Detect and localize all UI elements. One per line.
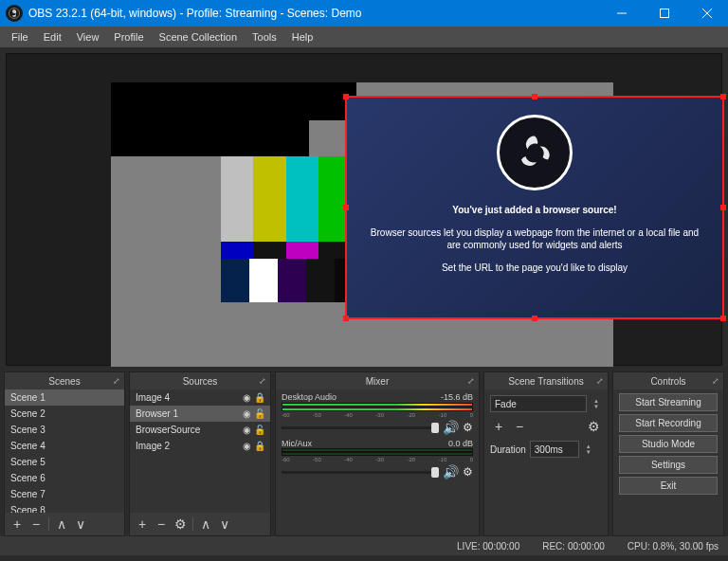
controls-panel: Controls⤢ Start Streaming Start Recordin… bbox=[612, 371, 724, 536]
svg-rect-2 bbox=[660, 9, 668, 18]
preview-black-1 bbox=[111, 82, 309, 156]
scene-item[interactable]: Scene 4 bbox=[5, 438, 124, 454]
move-down-icon[interactable]: ∨ bbox=[72, 516, 89, 533]
mixer-panel: Mixer⤢ Desktop Audio-15.6 dB -60-50-40-3… bbox=[275, 371, 480, 536]
popout-icon[interactable]: ⤢ bbox=[596, 376, 604, 386]
meter-ticks: -60-50-40-30-20-100 bbox=[282, 412, 473, 418]
gear-icon[interactable]: ⚙ bbox=[172, 516, 189, 533]
volume-slider[interactable] bbox=[282, 471, 439, 474]
gear-icon[interactable]: ⚙ bbox=[585, 418, 602, 435]
app-icon bbox=[6, 5, 23, 22]
close-button[interactable] bbox=[685, 0, 728, 27]
start-recording-button[interactable]: Start Recording bbox=[619, 414, 718, 432]
vu-meter bbox=[282, 407, 473, 411]
move-up-icon[interactable]: ∧ bbox=[197, 516, 214, 533]
mixer-title: Mixer bbox=[366, 376, 389, 387]
scenes-list[interactable]: Scene 1 Scene 2 Scene 3 Scene 4 Scene 5 … bbox=[5, 389, 124, 513]
popout-icon[interactable]: ⤢ bbox=[467, 376, 475, 386]
channel-db: -15.6 dB bbox=[441, 392, 473, 402]
eye-icon[interactable]: ◉ bbox=[240, 425, 253, 435]
controls-title: Controls bbox=[650, 376, 685, 387]
remove-icon[interactable]: − bbox=[511, 418, 528, 435]
exit-button[interactable]: Exit bbox=[619, 477, 718, 495]
move-down-icon[interactable]: ∨ bbox=[216, 516, 233, 533]
transition-select[interactable]: Fade bbox=[490, 395, 587, 412]
browser-msg-3: Set the URL to the page you'd like to di… bbox=[368, 262, 701, 275]
browser-source-overlay[interactable]: You've just added a browser source! Brow… bbox=[345, 96, 724, 319]
scene-item[interactable]: Scene 2 bbox=[5, 406, 124, 422]
studio-mode-button[interactable]: Studio Mode bbox=[619, 435, 718, 453]
channel-db: 0.0 dB bbox=[448, 439, 473, 448]
menu-scene-collection[interactable]: Scene Collection bbox=[152, 29, 246, 45]
eye-icon[interactable]: ◉ bbox=[240, 392, 253, 403]
vu-meter bbox=[282, 403, 473, 407]
scene-item[interactable]: Scene 5 bbox=[5, 454, 124, 470]
speaker-icon[interactable]: 🔊 bbox=[443, 464, 459, 480]
menu-edit[interactable]: Edit bbox=[36, 29, 69, 45]
menu-tools[interactable]: Tools bbox=[245, 29, 284, 45]
menu-view[interactable]: View bbox=[69, 29, 107, 45]
scene-item[interactable]: Scene 7 bbox=[5, 486, 124, 502]
scene-item[interactable]: Scene 8 bbox=[5, 502, 124, 513]
source-item[interactable]: BrowserSource◉🔓 bbox=[130, 422, 270, 438]
eye-icon[interactable]: ◉ bbox=[240, 408, 253, 419]
meter-ticks: -60-50-40-30-20-100 bbox=[282, 457, 473, 462]
mixer-channel: Desktop Audio-15.6 dB -60-50-40-30-20-10… bbox=[276, 389, 479, 436]
popout-icon[interactable]: ⤢ bbox=[259, 376, 266, 386]
sources-panel: Sources⤢ Image 4◉🔒 Browser 1◉🔓 BrowserSo… bbox=[129, 371, 271, 536]
add-icon[interactable]: + bbox=[9, 516, 26, 533]
browser-msg-2: Browser sources let you display a webpag… bbox=[368, 226, 701, 252]
scene-item[interactable]: Scene 3 bbox=[5, 422, 124, 438]
volume-slider[interactable] bbox=[282, 426, 439, 429]
menu-help[interactable]: Help bbox=[284, 29, 321, 45]
settings-button[interactable]: Settings bbox=[619, 456, 718, 474]
gear-icon[interactable]: ⚙ bbox=[463, 465, 473, 479]
scenes-title: Scenes bbox=[48, 376, 80, 387]
gear-icon[interactable]: ⚙ bbox=[463, 421, 473, 434]
sources-list[interactable]: Image 4◉🔒 Browser 1◉🔓 BrowserSource◉🔓 Im… bbox=[130, 389, 270, 513]
preview-area[interactable]: You've just added a browser source! Brow… bbox=[6, 53, 722, 366]
menu-file[interactable]: File bbox=[4, 29, 36, 45]
window-title: OBS 23.2.1 (64-bit, windows) - Profile: … bbox=[28, 7, 600, 20]
eye-icon[interactable]: ◉ bbox=[240, 441, 253, 451]
browser-msg-1: You've just added a browser source! bbox=[368, 204, 701, 217]
scene-item[interactable]: Scene 6 bbox=[5, 470, 124, 486]
popout-icon[interactable]: ⤢ bbox=[113, 376, 120, 386]
titlebar: OBS 23.2.1 (64-bit, windows) - Profile: … bbox=[0, 0, 728, 27]
source-item[interactable]: Image 2◉🔒 bbox=[130, 438, 270, 454]
sources-title: Sources bbox=[183, 376, 218, 387]
source-item[interactable]: Browser 1◉🔓 bbox=[130, 406, 270, 422]
scenes-panel: Scenes⤢ Scene 1 Scene 2 Scene 3 Scene 4 … bbox=[4, 371, 125, 536]
source-item[interactable]: Image 4◉🔒 bbox=[130, 389, 270, 406]
status-cpu: CPU: 0.8%, 30.00 fps bbox=[628, 541, 719, 552]
maximize-button[interactable] bbox=[643, 0, 685, 27]
minimize-button[interactable] bbox=[600, 0, 643, 27]
statusbar: LIVE: 00:00:00 REC: 00:00:00 CPU: 0.8%, … bbox=[0, 536, 728, 555]
transitions-title: Scene Transitions bbox=[508, 376, 584, 387]
remove-icon[interactable]: − bbox=[27, 516, 45, 533]
mixer-channel: Mic/Aux0.0 dB -60-50-40-30-20-100 🔊 ⚙ bbox=[276, 436, 479, 480]
obs-logo-icon bbox=[497, 115, 573, 190]
add-icon[interactable]: + bbox=[490, 418, 507, 435]
channel-name: Desktop Audio bbox=[282, 392, 337, 402]
channel-name: Mic/Aux bbox=[282, 439, 312, 448]
spinner-icon[interactable]: ▲▼ bbox=[583, 443, 594, 455]
duration-label: Duration bbox=[490, 444, 526, 455]
spinner-icon[interactable]: ▲▼ bbox=[591, 398, 602, 409]
status-rec: REC: 00:00:00 bbox=[542, 541, 605, 552]
menu-profile[interactable]: Profile bbox=[106, 29, 151, 45]
move-up-icon[interactable]: ∧ bbox=[53, 516, 70, 533]
lock-icon[interactable]: 🔒 bbox=[253, 392, 266, 403]
scene-item[interactable]: Scene 1 bbox=[5, 389, 124, 406]
menubar: File Edit View Profile Scene Collection … bbox=[0, 27, 728, 47]
remove-icon[interactable]: − bbox=[153, 516, 170, 533]
vu-meter bbox=[282, 452, 473, 456]
lock-icon[interactable]: 🔓 bbox=[253, 425, 266, 435]
duration-input[interactable]: 300ms bbox=[530, 441, 579, 458]
lock-icon[interactable]: 🔓 bbox=[253, 408, 266, 419]
add-icon[interactable]: + bbox=[134, 516, 151, 533]
popout-icon[interactable]: ⤢ bbox=[712, 376, 719, 386]
start-streaming-button[interactable]: Start Streaming bbox=[619, 393, 718, 411]
speaker-icon[interactable]: 🔊 bbox=[443, 420, 459, 435]
lock-icon[interactable]: 🔒 bbox=[253, 441, 266, 451]
